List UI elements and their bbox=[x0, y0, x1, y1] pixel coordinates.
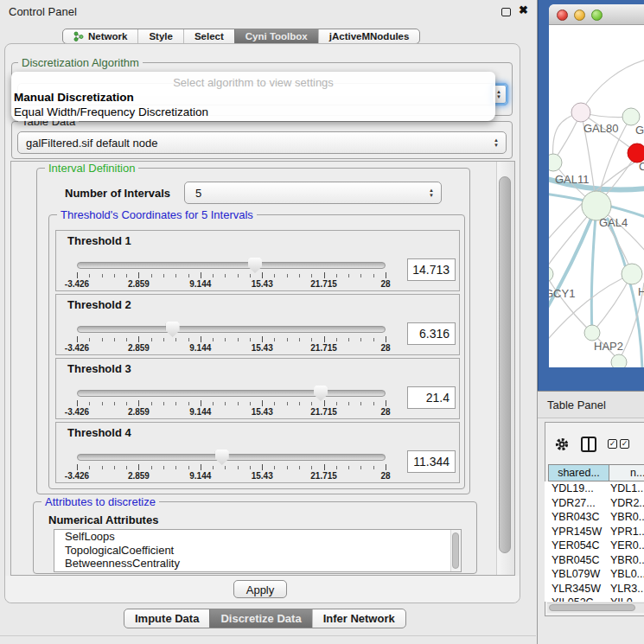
tick-mark bbox=[163, 466, 164, 469]
column-header-name[interactable]: n... bbox=[609, 464, 644, 481]
network-graph: GAL80GCGAL11GAL4GCY1HHAP2 bbox=[549, 25, 644, 367]
table-row[interactable]: YDL19...YDL1... bbox=[545, 481, 644, 496]
minimize-traffic-light-icon[interactable] bbox=[574, 10, 585, 21]
threshold-slider-track[interactable] bbox=[77, 454, 386, 461]
list-item-selfloops[interactable]: SelfLoops bbox=[54, 530, 461, 544]
tick-label: 28 bbox=[360, 407, 411, 417]
tick-mark bbox=[299, 274, 300, 277]
tick-mark bbox=[102, 402, 103, 405]
threshold-slider-thumb[interactable] bbox=[248, 258, 262, 273]
tick-mark bbox=[163, 274, 164, 277]
column-header-shared-name[interactable]: shared... bbox=[548, 464, 609, 481]
tick-mark bbox=[336, 338, 337, 341]
network-window-titlebar[interactable] bbox=[549, 4, 644, 25]
node-label: GAL80 bbox=[583, 122, 618, 135]
dropdown-item-manual-discretization[interactable]: Manual Discretization bbox=[14, 91, 134, 104]
tick-mark bbox=[274, 274, 275, 277]
network-node-g[interactable] bbox=[622, 108, 640, 125]
table-data-combo-value: galFiltered.sif default node bbox=[26, 137, 157, 150]
tab-style[interactable]: Style bbox=[137, 29, 183, 43]
network-node-hap2[interactable] bbox=[584, 325, 600, 341]
network-node-h[interactable] bbox=[622, 264, 642, 284]
table-row[interactable]: YBR045CYBR0... bbox=[545, 553, 644, 568]
network-node[interactable] bbox=[611, 354, 627, 367]
threshold-slider-track[interactable] bbox=[77, 326, 386, 333]
numerical-attributes-list[interactable]: SelfLoopsTopologicalCoefficientBetweenne… bbox=[54, 529, 462, 572]
tick-mark bbox=[287, 402, 288, 405]
tab-select[interactable]: Select bbox=[183, 29, 234, 43]
tick-mark bbox=[225, 274, 226, 277]
float-window-icon[interactable] bbox=[501, 8, 511, 16]
node-label: G bbox=[635, 124, 644, 137]
bottom-tab-infer-network[interactable]: Infer Network bbox=[312, 609, 405, 628]
tick-mark bbox=[287, 274, 288, 277]
bottom-tab-discretize-data[interactable]: Discretize Data bbox=[209, 609, 311, 628]
list-item-betweennesscentrality[interactable]: BetweennessCentrality bbox=[54, 557, 461, 571]
gear-icon[interactable] bbox=[554, 437, 570, 452]
threshold-slider-thumb[interactable] bbox=[215, 450, 229, 465]
threshold-slider-track[interactable] bbox=[77, 262, 386, 269]
network-node-gal80[interactable] bbox=[571, 103, 590, 122]
vertical-scrollbar-thumb[interactable] bbox=[499, 176, 511, 553]
close-traffic-light-icon[interactable] bbox=[557, 10, 568, 21]
network-canvas[interactable]: GAL80GCGAL11GAL4GCY1HHAP2 bbox=[549, 25, 644, 367]
table-data-combo[interactable]: galFiltered.sif default node ▲▼ bbox=[17, 131, 507, 154]
dropdown-item-equal-width-frequency-discretization[interactable]: Equal Width/Frequency Discretization bbox=[14, 105, 208, 118]
split-panel-icon[interactable] bbox=[581, 437, 596, 452]
table-row[interactable]: YLR345WYLR3... bbox=[545, 582, 644, 596]
node-label: GCY1 bbox=[549, 287, 575, 300]
divider bbox=[0, 635, 536, 636]
interval-definition-title: Interval Definition bbox=[45, 162, 138, 175]
table-row[interactable]: YIL052CYIL0... bbox=[545, 596, 644, 602]
threshold-panel: Threshold 3-3.4262.8599.14415.4321.71528… bbox=[55, 358, 460, 419]
tick-label: 28 bbox=[360, 471, 411, 481]
tick-mark bbox=[386, 400, 386, 406]
checkbox-icon[interactable]: ✓ bbox=[620, 439, 629, 449]
table-row[interactable]: YBR043CYBR0... bbox=[545, 510, 644, 525]
threshold-value-field[interactable]: 6.316 bbox=[407, 322, 456, 345]
tick-mark bbox=[102, 466, 103, 469]
threshold-value-field[interactable]: 21.4 bbox=[407, 386, 456, 409]
number-of-intervals-label: Number of Intervals bbox=[65, 187, 170, 200]
tick-label: 28 bbox=[360, 279, 411, 289]
tick-mark bbox=[287, 466, 288, 469]
tab-jactivemnodules[interactable]: jActiveMNodules bbox=[318, 29, 420, 43]
table-row[interactable]: YER054CYER0... bbox=[545, 539, 644, 553]
tick-mark bbox=[175, 274, 176, 277]
network-node-gal11[interactable] bbox=[549, 154, 562, 171]
tick-mark bbox=[360, 466, 361, 469]
tick-mark bbox=[114, 338, 115, 341]
close-icon[interactable]: ✖ bbox=[519, 3, 528, 16]
apply-button[interactable]: Apply bbox=[233, 580, 287, 598]
network-node-gcy1[interactable] bbox=[549, 266, 553, 282]
cell-name: YIL0... bbox=[610, 596, 641, 602]
tick-mark bbox=[126, 338, 127, 341]
node-label: H bbox=[638, 285, 644, 298]
table-row[interactable]: YBL079WYBL0... bbox=[545, 567, 644, 582]
bottom-tab-impute-data[interactable]: Impute Data bbox=[124, 609, 209, 628]
threshold-value-field[interactable]: 11.344 bbox=[407, 450, 456, 473]
tick-mark bbox=[238, 402, 239, 405]
zoom-traffic-light-icon[interactable] bbox=[591, 10, 603, 21]
threshold-label: Threshold 2 bbox=[67, 298, 131, 311]
table-row[interactable]: YPR145WYPR1... bbox=[545, 525, 644, 539]
table-row[interactable]: YDR27...YDR2... bbox=[545, 496, 644, 511]
threshold-panel: Threshold 1-3.4262.8599.14415.4321.71528… bbox=[55, 230, 460, 291]
threshold-slider-thumb[interactable] bbox=[314, 386, 328, 401]
threshold-value-field[interactable]: 14.713 bbox=[407, 258, 456, 281]
attributes-list-scrollbar-thumb[interactable] bbox=[452, 532, 459, 569]
threshold-slider-thumb[interactable] bbox=[166, 322, 180, 337]
tab-network[interactable]: Network bbox=[63, 29, 137, 43]
tick-mark bbox=[213, 274, 214, 277]
threshold-slider-track[interactable] bbox=[77, 390, 386, 397]
tick-label: 2.859 bbox=[112, 279, 164, 289]
tick-label: 9.144 bbox=[175, 279, 226, 289]
number-of-intervals-combo[interactable]: 5 ▲▼ bbox=[184, 182, 442, 204]
checkbox-icon[interactable]: ✓ bbox=[608, 439, 617, 449]
numerical-attributes-label: Numerical Attributes bbox=[48, 513, 158, 526]
list-item-topologicalcoefficient[interactable]: TopologicalCoefficient bbox=[54, 544, 461, 558]
tab-cyni-toolbox[interactable]: Cyni Toolbox bbox=[234, 29, 318, 43]
tick-mark bbox=[311, 466, 312, 469]
table-horizontal-scrollbar-thumb[interactable] bbox=[549, 604, 635, 611]
tick-mark bbox=[163, 402, 164, 405]
